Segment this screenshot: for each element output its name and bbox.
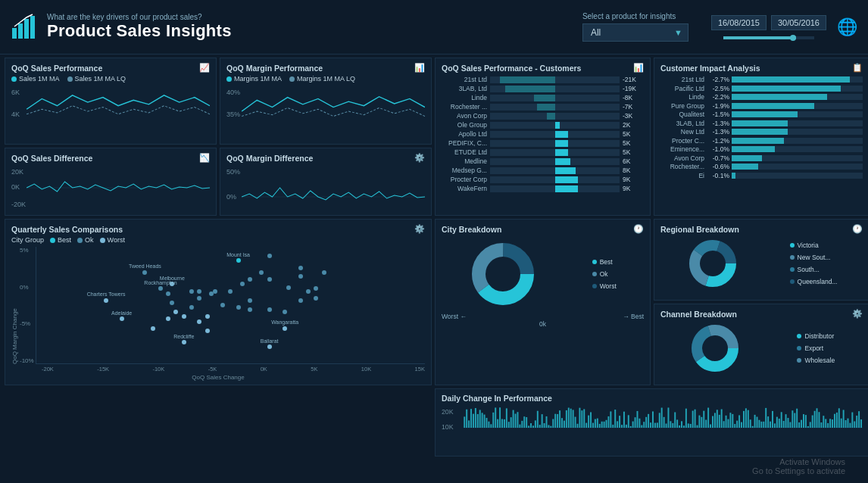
svg-rect-139 bbox=[703, 411, 704, 428]
scatter-dot bbox=[182, 340, 186, 344]
legend-dot-m1 bbox=[226, 76, 232, 82]
date-slider[interactable] bbox=[723, 36, 814, 39]
svg-rect-3 bbox=[30, 16, 35, 39]
svg-rect-70 bbox=[550, 426, 551, 428]
qoq-sales-perf-title: QoQ Sales Performance 📈 bbox=[11, 63, 210, 73]
scatter-dot bbox=[306, 289, 311, 294]
scatter-legend-ok: Ok bbox=[77, 236, 94, 244]
svg-rect-138 bbox=[701, 417, 702, 428]
svg-rect-1 bbox=[18, 23, 23, 39]
customer-bar-row: Linde -8K bbox=[442, 94, 644, 101]
svg-rect-52 bbox=[510, 417, 512, 428]
scatter-dot bbox=[314, 286, 318, 291]
svg-rect-182 bbox=[798, 422, 800, 428]
bar-fill-pos bbox=[555, 167, 576, 174]
dot-worst bbox=[100, 238, 105, 243]
svg-rect-130 bbox=[683, 425, 685, 428]
customer-bar-row: Medsep G... 8K bbox=[442, 167, 644, 174]
daily-change-title: Daily Change In Performance bbox=[442, 394, 863, 403]
svg-rect-34 bbox=[470, 409, 472, 428]
svg-rect-59 bbox=[526, 417, 527, 428]
customer-bar-row: 21st Ltd -21K bbox=[442, 76, 644, 83]
svg-rect-2 bbox=[24, 19, 29, 39]
svg-rect-67 bbox=[544, 423, 545, 428]
ci-bar-fill bbox=[732, 94, 827, 100]
svg-rect-119 bbox=[659, 413, 660, 428]
product-dropdown-block: Select a product for insights All ▼ bbox=[582, 12, 688, 42]
qoq-margin-perf-panel: QoQ Margin Performance 📊 Margins 1M MA M… bbox=[220, 58, 432, 145]
svg-rect-95 bbox=[606, 420, 607, 428]
title-block: What are the key drivers of our product … bbox=[47, 13, 560, 41]
svg-rect-97 bbox=[610, 411, 611, 428]
svg-rect-63 bbox=[535, 420, 536, 428]
svg-rect-200 bbox=[838, 408, 840, 428]
qoq-margin-diff-title: QoQ Margin Difference ⚙️ bbox=[226, 153, 425, 163]
svg-rect-43 bbox=[490, 424, 492, 428]
svg-rect-196 bbox=[829, 419, 831, 428]
ci-bar-fill bbox=[732, 76, 850, 83]
svg-rect-178 bbox=[789, 422, 791, 428]
dropdown-wrapper[interactable]: All ▼ bbox=[582, 23, 688, 42]
customer-bar-row: ETUDE Ltd 5K bbox=[442, 148, 644, 156]
svg-rect-76 bbox=[564, 421, 565, 428]
svg-rect-167 bbox=[765, 408, 767, 428]
svg-rect-175 bbox=[783, 421, 785, 428]
ci-bar-fill bbox=[732, 86, 841, 92]
svg-rect-116 bbox=[652, 411, 654, 428]
scatter-dot bbox=[142, 270, 147, 275]
product-select[interactable]: All bbox=[582, 23, 688, 42]
svg-rect-186 bbox=[807, 426, 809, 428]
margin-diff-icon: ⚙️ bbox=[414, 153, 425, 163]
svg-rect-134 bbox=[692, 411, 694, 428]
qoq-sales-perf-panel: QoQ Sales Performance 📈 Sales 1M MA Sale… bbox=[5, 58, 217, 145]
svg-rect-60 bbox=[528, 425, 529, 428]
svg-rect-65 bbox=[539, 425, 541, 428]
ci-bar-track bbox=[732, 103, 863, 109]
svg-rect-148 bbox=[723, 421, 725, 428]
scatter-dot bbox=[158, 286, 163, 291]
customers-chart-icon: 📊 bbox=[633, 63, 644, 73]
svg-rect-82 bbox=[577, 424, 579, 428]
svg-rect-153 bbox=[734, 424, 735, 428]
svg-rect-108 bbox=[635, 417, 636, 428]
svg-rect-96 bbox=[607, 416, 609, 428]
channel-breakdown-panel: Channel Breakdown ⚙️ Distributor bbox=[654, 304, 868, 385]
x-axis-label: QoQ Sales Change bbox=[11, 374, 425, 381]
svg-rect-117 bbox=[654, 423, 656, 428]
ci-bar-row: Eminence... -1.0% bbox=[660, 145, 863, 153]
ci-bar-track bbox=[732, 120, 863, 126]
svg-text:4K: 4K bbox=[11, 111, 20, 118]
svg-rect-112 bbox=[643, 422, 645, 428]
quarterly-scatter-panel: Quarterly Sales Comparisons ⚙️ City Grou… bbox=[5, 219, 432, 385]
scatter-dot bbox=[166, 291, 170, 296]
scatter-dot bbox=[267, 277, 272, 282]
svg-rect-146 bbox=[719, 415, 720, 428]
svg-rect-93 bbox=[601, 422, 603, 428]
svg-rect-104 bbox=[626, 425, 627, 428]
daily-change-panel: Daily Change In Performance 20K 10K Acti… bbox=[435, 388, 868, 457]
svg-rect-109 bbox=[637, 411, 639, 428]
header-title: Product Sales Insights bbox=[47, 21, 560, 41]
svg-rect-33 bbox=[468, 420, 470, 428]
svg-rect-151 bbox=[729, 413, 731, 428]
slider-fill bbox=[723, 36, 796, 39]
customer-bar-row: Rochester ... -7K bbox=[442, 103, 644, 111]
scatter-dot bbox=[170, 301, 174, 305]
svg-rect-73 bbox=[557, 414, 558, 428]
svg-rect-47 bbox=[499, 407, 501, 428]
ci-bar-fill bbox=[732, 155, 762, 161]
svg-rect-140 bbox=[705, 420, 707, 428]
svg-rect-193 bbox=[823, 416, 824, 428]
svg-rect-137 bbox=[698, 416, 700, 428]
svg-rect-77 bbox=[566, 410, 567, 428]
svg-rect-194 bbox=[825, 419, 826, 428]
ci-bar-fill bbox=[732, 111, 798, 117]
sales-perf-legend: Sales 1M MA Sales 1M MA LQ bbox=[11, 75, 210, 83]
svg-rect-46 bbox=[497, 419, 498, 428]
svg-rect-195 bbox=[827, 423, 829, 428]
svg-rect-102 bbox=[621, 425, 623, 428]
svg-rect-99 bbox=[614, 410, 616, 428]
customer-impact-title: Customer Impact Analysis 📋 bbox=[660, 63, 863, 73]
scatter-dot bbox=[197, 289, 201, 294]
svg-rect-154 bbox=[736, 421, 738, 428]
